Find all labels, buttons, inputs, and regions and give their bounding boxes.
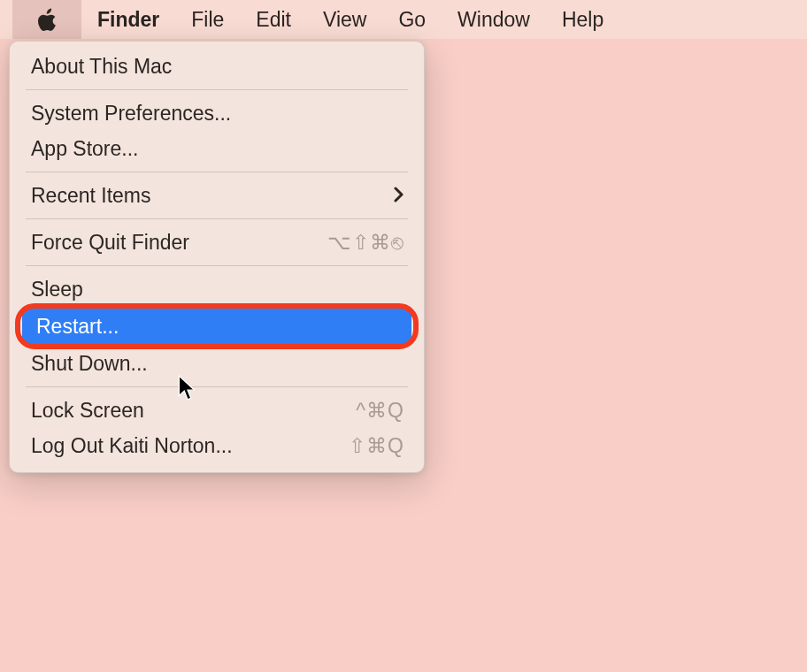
menu-label: App Store...	[31, 137, 138, 161]
menu-item-log-out[interactable]: Log Out Kaiti Norton... ⇧⌘Q	[10, 428, 424, 463]
menu-label: Shut Down...	[31, 352, 148, 376]
menu-shortcut: ⌥⇧⌘⎋	[327, 231, 404, 255]
menu-separator	[26, 265, 408, 266]
menu-item-system-preferences[interactable]: System Preferences...	[10, 95, 424, 131]
highlighted-wrapper: Restart...	[15, 309, 419, 344]
apple-logo-icon	[35, 6, 58, 33]
chevron-right-icon	[394, 184, 404, 208]
menubar-item-edit[interactable]: Edit	[240, 0, 307, 39]
menu-item-recent-items[interactable]: Recent Items	[10, 178, 424, 213]
menubar-item-view[interactable]: View	[307, 0, 382, 39]
menu-item-app-store[interactable]: App Store...	[10, 131, 424, 166]
menu-label: Recent Items	[31, 184, 151, 208]
menu-label: About This Mac	[31, 55, 172, 79]
menubar-app-name[interactable]: Finder	[81, 0, 175, 39]
menubar-item-window[interactable]: Window	[442, 0, 546, 39]
apple-menu-button[interactable]	[12, 0, 81, 39]
menu-label: Restart...	[36, 315, 119, 339]
menubar-item-go[interactable]: Go	[382, 0, 442, 39]
menu-label: Log Out Kaiti Norton...	[31, 434, 233, 458]
menu-label: Force Quit Finder	[31, 231, 189, 255]
menu-item-lock-screen[interactable]: Lock Screen ^⌘Q	[10, 393, 424, 428]
menu-label: Lock Screen	[31, 399, 144, 423]
menu-item-about[interactable]: About This Mac	[10, 49, 424, 84]
menu-separator	[26, 89, 408, 90]
menubar-item-file[interactable]: File	[175, 0, 240, 39]
menu-separator	[26, 218, 408, 219]
menu-shortcut: ⇧⌘Q	[349, 434, 404, 458]
menu-label: System Preferences...	[31, 102, 231, 126]
menubar: Finder File Edit View Go Window Help	[0, 0, 807, 39]
menubar-item-help[interactable]: Help	[546, 0, 619, 39]
menu-separator	[26, 172, 408, 172]
apple-menu-dropdown: About This Mac System Preferences... App…	[9, 41, 425, 473]
menu-item-force-quit[interactable]: Force Quit Finder ⌥⇧⌘⎋	[10, 225, 424, 260]
menu-label: Sleep	[31, 278, 83, 302]
menu-shortcut: ^⌘Q	[356, 399, 404, 423]
menu-item-shut-down[interactable]: Shut Down...	[10, 346, 424, 381]
menu-separator	[26, 386, 408, 387]
menu-item-restart[interactable]: Restart...	[22, 309, 411, 344]
menu-item-sleep[interactable]: Sleep	[10, 271, 424, 307]
